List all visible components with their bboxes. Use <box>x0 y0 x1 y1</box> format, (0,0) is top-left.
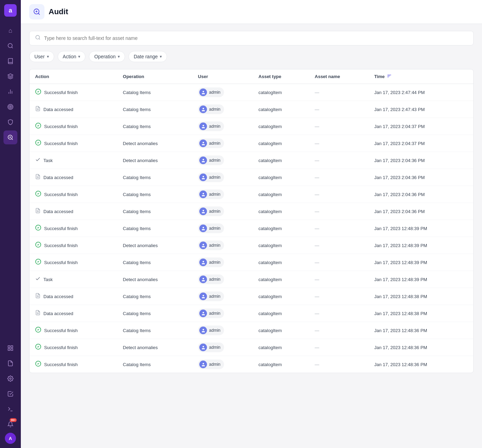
user-cell: admin <box>192 288 253 305</box>
chevron-down-icon: ▾ <box>47 54 49 59</box>
user-cell: admin <box>192 101 253 118</box>
asset-name-cell: — <box>309 152 368 169</box>
sidebar-item-grid[interactable] <box>3 341 17 355</box>
svg-marker-2 <box>8 74 13 77</box>
operation-cell: Catalog Items <box>117 84 192 101</box>
data-accessed-icon <box>35 293 41 300</box>
time-cell: Jan 17, 2023 2:04:37 PM <box>369 118 473 135</box>
user-name: admin <box>209 226 221 231</box>
operation-cell: Catalog Items <box>117 186 192 203</box>
sidebar-item-audit2[interactable] <box>3 356 17 370</box>
user-name: admin <box>209 209 221 214</box>
asset-name-cell: — <box>309 237 368 254</box>
date-range-filter[interactable]: Date range ▾ <box>128 51 167 62</box>
user-avatar-small <box>199 293 207 300</box>
user-name: admin <box>209 345 221 350</box>
time-cell: Jan 17, 2023 2:04:36 PM <box>369 186 473 203</box>
action-cell: Successful finish <box>30 322 117 339</box>
action-filter[interactable]: Action ▾ <box>58 51 86 62</box>
time-cell: Jan 17, 2023 12:48:39 PM <box>369 254 473 271</box>
asset-name-cell: — <box>309 322 368 339</box>
svg-point-42 <box>202 227 204 228</box>
user-name: admin <box>209 243 221 248</box>
user-name: admin <box>209 141 221 146</box>
success-icon <box>35 327 41 335</box>
sidebar-item-book[interactable] <box>3 54 17 68</box>
svg-point-40 <box>202 210 204 211</box>
success-icon <box>35 344 41 352</box>
action-cell: Data accessed <box>30 101 117 118</box>
user-name: admin <box>209 90 221 95</box>
asset-type-cell: catalogItem <box>253 339 309 356</box>
user-cell: admin <box>192 118 253 135</box>
table-row: Data accessed Catalog Items admin catalo… <box>30 169 473 186</box>
asset-name-cell: — <box>309 169 368 186</box>
sidebar-item-target[interactable] <box>3 100 17 114</box>
user-avatar-small <box>199 361 207 368</box>
chevron-down-icon: ▾ <box>118 54 120 59</box>
table-row: Data accessed Catalog Items admin catalo… <box>30 101 473 118</box>
user-filter[interactable]: User ▾ <box>29 51 54 62</box>
sidebar-item-home[interactable]: ⌂ <box>3 24 17 37</box>
user-avatar-small <box>199 327 207 334</box>
sidebar-item-chart[interactable] <box>3 85 17 99</box>
svg-line-22 <box>39 39 40 40</box>
action-cell: Successful finish <box>30 254 117 271</box>
asset-name-cell: — <box>309 288 368 305</box>
time-cell: Jan 17, 2023 12:48:38 PM <box>369 305 473 322</box>
action-label: Successful finish <box>44 345 78 350</box>
sidebar-item-settings[interactable] <box>3 372 17 386</box>
sidebar-item-audit[interactable] <box>3 130 17 144</box>
svg-point-35 <box>202 176 204 177</box>
task-icon <box>35 276 41 283</box>
operation-cell: Detect anomalies <box>117 152 192 169</box>
operation-cell: Catalog Items <box>117 220 192 237</box>
sidebar-item-notification[interactable]: 99+ <box>3 417 17 431</box>
user-cell: admin <box>192 152 253 169</box>
header-icon <box>29 4 44 19</box>
asset-name-cell: — <box>309 271 368 288</box>
user-cell: admin <box>192 305 253 322</box>
action-label: Task <box>43 158 53 163</box>
action-cell: Data accessed <box>30 169 117 186</box>
operation-cell: Catalog Items <box>117 118 192 135</box>
action-cell: Successful finish <box>30 118 117 135</box>
action-label: Data accessed <box>43 209 73 214</box>
user-avatar[interactable]: A <box>5 433 16 444</box>
success-icon <box>35 88 41 96</box>
asset-type-cell: catalogItem <box>253 237 309 254</box>
time-cell: Jan 17, 2023 2:47:43 PM <box>369 101 473 118</box>
asset-type-cell: catalogItem <box>253 203 309 220</box>
svg-point-37 <box>202 193 204 194</box>
operation-cell: Detect anomalies <box>117 237 192 254</box>
sidebar-item-search[interactable] <box>3 39 17 53</box>
asset-name-cell: — <box>309 118 368 135</box>
sidebar-item-checklist[interactable] <box>3 387 17 401</box>
svg-point-46 <box>202 261 204 262</box>
sidebar-item-terminal[interactable] <box>3 402 17 416</box>
user-avatar-small <box>199 344 207 351</box>
col-user: User <box>192 69 253 84</box>
time-cell: Jan 17, 2023 2:04:36 PM <box>369 203 473 220</box>
svg-point-57 <box>202 346 204 347</box>
col-operation: Operation <box>117 69 192 84</box>
action-cell: Task <box>30 271 117 288</box>
col-time[interactable]: Time <box>369 69 473 84</box>
user-avatar-small <box>199 225 207 232</box>
user-avatar-small <box>199 157 207 164</box>
action-label: Successful finish <box>44 328 78 333</box>
svg-point-47 <box>202 278 204 279</box>
operation-filter[interactable]: Operation ▾ <box>89 51 125 62</box>
asset-type-cell: catalogItem <box>253 356 309 373</box>
app-logo[interactable]: a <box>4 4 17 17</box>
search-input[interactable] <box>44 35 468 41</box>
page-header: Audit <box>21 0 482 24</box>
sidebar-item-shield[interactable] <box>3 115 17 129</box>
sidebar-item-layers[interactable] <box>3 69 17 83</box>
table-row: Successful finish Catalog Items admin ca… <box>30 186 473 203</box>
user-avatar-small <box>199 242 207 249</box>
user-name: admin <box>209 328 221 333</box>
svg-point-59 <box>202 363 204 364</box>
action-cell: Successful finish <box>30 356 117 373</box>
svg-point-55 <box>202 329 204 330</box>
